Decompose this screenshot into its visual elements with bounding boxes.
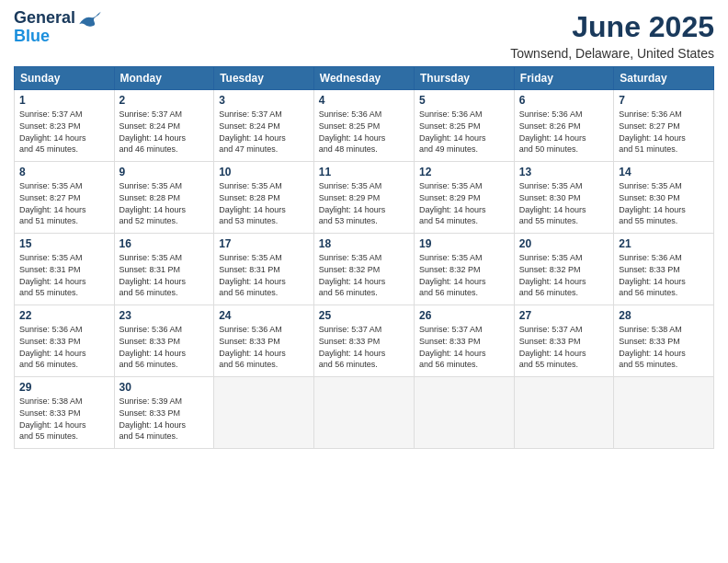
sunrise-info: Sunrise: 5:35 AM xyxy=(119,253,183,262)
daylight-minutes: and 56 minutes. xyxy=(119,360,178,369)
day-info: Sunrise: 5:37 AMSunset: 8:24 PMDaylight:… xyxy=(119,109,210,155)
table-row: 3Sunrise: 5:37 AMSunset: 8:24 PMDaylight… xyxy=(214,90,314,162)
sunset-info: Sunset: 8:25 PM xyxy=(319,121,381,131)
sunrise-info: Sunrise: 5:35 AM xyxy=(519,253,583,262)
sunrise-info: Sunrise: 5:35 AM xyxy=(419,253,483,262)
daylight-hours: Daylight: 14 hours xyxy=(419,349,486,358)
daylight-hours: Daylight: 14 hours xyxy=(219,205,286,214)
table-row: 11Sunrise: 5:35 AMSunset: 8:29 PMDayligh… xyxy=(313,162,414,234)
day-number: 21 xyxy=(619,237,709,250)
day-number: 11 xyxy=(319,166,409,178)
table-row: 2Sunrise: 5:37 AMSunset: 8:24 PMDaylight… xyxy=(114,90,214,162)
logo-general: General xyxy=(14,9,75,28)
day-number: 16 xyxy=(119,237,210,250)
sunrise-info: Sunrise: 5:35 AM xyxy=(619,181,682,190)
sunrise-info: Sunrise: 5:36 AM xyxy=(319,109,382,119)
daylight-hours: Daylight: 14 hours xyxy=(619,277,686,286)
sunrise-info: Sunrise: 5:36 AM xyxy=(519,109,583,119)
daylight-hours: Daylight: 14 hours xyxy=(19,349,86,358)
daylight-hours: Daylight: 14 hours xyxy=(519,277,586,286)
sunrise-info: Sunrise: 5:35 AM xyxy=(19,253,83,262)
sunset-info: Sunset: 8:27 PM xyxy=(19,193,81,202)
day-info: Sunrise: 5:37 AMSunset: 8:33 PMDaylight:… xyxy=(319,324,409,370)
day-number: 2 xyxy=(119,94,210,107)
sunset-info: Sunset: 8:33 PM xyxy=(519,337,581,346)
daylight-hours: Daylight: 14 hours xyxy=(519,349,586,358)
daylight-minutes: and 50 minutes. xyxy=(519,144,578,154)
day-info: Sunrise: 5:37 AMSunset: 8:24 PMDaylight:… xyxy=(219,109,309,155)
weekday-header-row: Sunday Monday Tuesday Wednesday Thursday… xyxy=(15,67,714,90)
daylight-hours: Daylight: 14 hours xyxy=(119,349,187,358)
page: General Blue June 2025 Townsend, Delawar… xyxy=(0,0,728,563)
sunrise-info: Sunrise: 5:35 AM xyxy=(519,181,583,190)
day-number: 12 xyxy=(419,166,509,178)
day-info: Sunrise: 5:36 AMSunset: 8:33 PMDaylight:… xyxy=(219,324,309,370)
sunset-info: Sunset: 8:33 PM xyxy=(419,337,481,346)
day-info: Sunrise: 5:35 AMSunset: 8:30 PMDaylight:… xyxy=(619,180,709,226)
week-row-1: 1Sunrise: 5:37 AMSunset: 8:23 PMDaylight… xyxy=(15,90,714,162)
daylight-hours: Daylight: 14 hours xyxy=(319,349,386,358)
day-info: Sunrise: 5:36 AMSunset: 8:27 PMDaylight:… xyxy=(619,109,709,155)
daylight-hours: Daylight: 14 hours xyxy=(219,133,286,143)
daylight-minutes: and 52 minutes. xyxy=(119,216,178,225)
sunset-info: Sunset: 8:23 PM xyxy=(19,121,81,131)
sunrise-info: Sunrise: 5:36 AM xyxy=(219,325,282,334)
sunrise-info: Sunrise: 5:36 AM xyxy=(19,325,83,334)
day-number: 14 xyxy=(619,166,709,178)
day-number: 26 xyxy=(419,309,509,322)
day-number: 8 xyxy=(19,166,109,178)
table-row xyxy=(614,377,714,449)
sunrise-info: Sunrise: 5:38 AM xyxy=(19,396,83,406)
table-row: 20Sunrise: 5:35 AMSunset: 8:32 PMDayligh… xyxy=(514,234,613,305)
day-info: Sunrise: 5:36 AMSunset: 8:33 PMDaylight:… xyxy=(619,252,709,298)
daylight-minutes: and 49 minutes. xyxy=(419,144,478,154)
table-row: 10Sunrise: 5:35 AMSunset: 8:28 PMDayligh… xyxy=(214,162,314,234)
daylight-minutes: and 56 minutes. xyxy=(419,288,478,297)
daylight-hours: Daylight: 14 hours xyxy=(319,277,386,286)
day-info: Sunrise: 5:35 AMSunset: 8:31 PMDaylight:… xyxy=(119,252,210,298)
day-info: Sunrise: 5:35 AMSunset: 8:29 PMDaylight:… xyxy=(319,180,409,226)
sunset-info: Sunset: 8:33 PM xyxy=(219,337,280,346)
day-info: Sunrise: 5:35 AMSunset: 8:27 PMDaylight:… xyxy=(19,180,109,226)
table-row: 27Sunrise: 5:37 AMSunset: 8:33 PMDayligh… xyxy=(514,305,613,377)
day-info: Sunrise: 5:35 AMSunset: 8:29 PMDaylight:… xyxy=(419,180,509,226)
sunrise-info: Sunrise: 5:37 AM xyxy=(319,325,382,334)
daylight-hours: Daylight: 14 hours xyxy=(119,205,187,214)
table-row: 1Sunrise: 5:37 AMSunset: 8:23 PMDaylight… xyxy=(15,90,115,162)
table-row: 15Sunrise: 5:35 AMSunset: 8:31 PMDayligh… xyxy=(15,234,115,305)
day-info: Sunrise: 5:35 AMSunset: 8:28 PMDaylight:… xyxy=(219,180,309,226)
table-row: 30Sunrise: 5:39 AMSunset: 8:33 PMDayligh… xyxy=(114,377,214,449)
day-number: 25 xyxy=(319,309,409,322)
sunrise-info: Sunrise: 5:35 AM xyxy=(219,253,282,262)
sunset-info: Sunset: 8:33 PM xyxy=(619,337,680,346)
daylight-hours: Daylight: 14 hours xyxy=(619,349,686,358)
day-number: 9 xyxy=(119,166,210,178)
daylight-minutes: and 56 minutes. xyxy=(519,288,578,297)
sunrise-info: Sunrise: 5:36 AM xyxy=(619,109,682,119)
header-friday: Friday xyxy=(514,67,613,90)
day-info: Sunrise: 5:35 AMSunset: 8:30 PMDaylight:… xyxy=(519,180,609,226)
daylight-hours: Daylight: 14 hours xyxy=(619,205,686,214)
table-row xyxy=(415,377,515,449)
sunset-info: Sunset: 8:32 PM xyxy=(319,265,381,274)
daylight-minutes: and 55 minutes. xyxy=(519,216,578,225)
sunset-info: Sunset: 8:31 PM xyxy=(219,265,280,274)
week-row-2: 8Sunrise: 5:35 AMSunset: 8:27 PMDaylight… xyxy=(15,162,714,234)
daylight-minutes: and 55 minutes. xyxy=(519,360,578,369)
day-info: Sunrise: 5:36 AMSunset: 8:25 PMDaylight:… xyxy=(419,109,509,155)
daylight-hours: Daylight: 14 hours xyxy=(419,205,486,214)
daylight-hours: Daylight: 14 hours xyxy=(419,133,486,143)
day-info: Sunrise: 5:37 AMSunset: 8:33 PMDaylight:… xyxy=(519,324,609,370)
daylight-hours: Daylight: 14 hours xyxy=(219,277,286,286)
sunset-info: Sunset: 8:30 PM xyxy=(619,193,680,202)
table-row: 24Sunrise: 5:36 AMSunset: 8:33 PMDayligh… xyxy=(214,305,314,377)
daylight-hours: Daylight: 14 hours xyxy=(119,277,187,286)
daylight-hours: Daylight: 14 hours xyxy=(19,205,86,214)
sunset-info: Sunset: 8:27 PM xyxy=(619,121,680,131)
header-monday: Monday xyxy=(114,67,214,90)
day-number: 27 xyxy=(519,309,609,322)
table-row: 17Sunrise: 5:35 AMSunset: 8:31 PMDayligh… xyxy=(214,234,314,305)
daylight-hours: Daylight: 14 hours xyxy=(419,277,486,286)
day-number: 7 xyxy=(619,94,709,107)
day-info: Sunrise: 5:35 AMSunset: 8:32 PMDaylight:… xyxy=(319,252,409,298)
